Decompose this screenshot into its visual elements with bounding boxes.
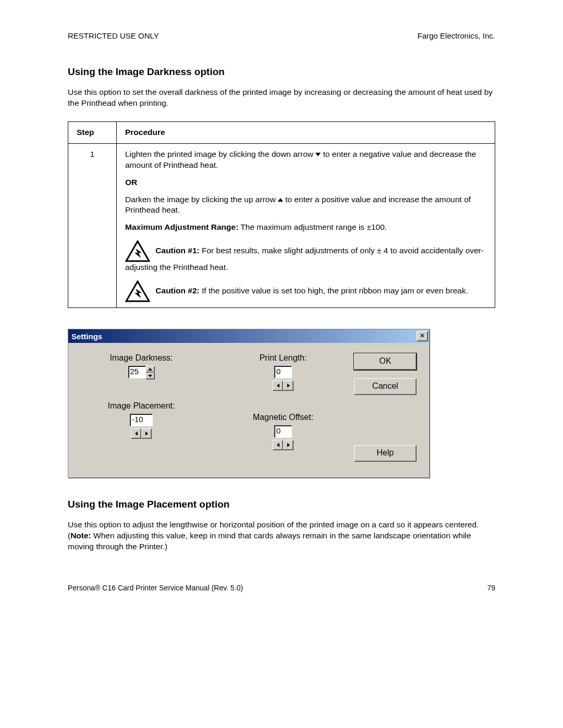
section-intro-darkness: Use this option to set the overall darkn… [68,87,495,109]
image-placement-input[interactable]: -10 [130,414,153,426]
image-placement-right-button[interactable] [141,428,152,439]
down-arrow-icon [315,153,321,156]
settings-dialog: Settings × Image Darkness: 25 [68,329,430,478]
chevron-down-icon [148,375,152,377]
page-number: 79 [487,584,495,592]
section-heading-darkness: Using the Image Darkness option [68,66,495,78]
caution2-text: If the positive value is set too high, t… [200,286,468,295]
cancel-button[interactable]: Cancel [354,378,417,395]
max-range-text: The maximum adjustment range is ±100. [238,223,387,231]
procedure-cell: Lighten the printed image by clicking th… [117,143,495,307]
chevron-left-icon [135,431,138,436]
or-text: OR [125,178,137,187]
caution2-label: Caution #2: [155,286,199,295]
setting-image-darkness: Image Darkness: 25 [81,353,202,379]
print-length-left-button[interactable] [273,380,283,391]
chevron-right-icon [287,384,290,388]
dialog-title: Settings [71,332,417,341]
setting-print-length: Print Length: 0 [223,353,344,391]
placement-intro-b: When adjusting this value, keep in mind … [68,531,471,551]
magnetic-offset-input[interactable]: 0 [274,425,292,438]
image-darkness-input[interactable]: 25 [128,366,146,378]
caution1-label: Caution #1: [155,246,199,255]
max-range-label: Maximum Adjustment Range: [125,223,238,231]
darken-text-a: Darken the image by clicking the up arro… [125,195,278,204]
up-arrow-icon [278,198,283,202]
close-button[interactable]: × [417,331,428,341]
print-length-right-button[interactable] [283,380,293,391]
chevron-left-icon [277,443,279,447]
procedure-table: Step Procedure 1 Lighten the printed ima… [68,121,495,308]
image-placement-label: Image Placement: [108,401,175,411]
magnetic-offset-left-button[interactable] [273,440,283,450]
image-placement-left-button[interactable] [131,428,141,439]
chevron-up-icon [148,368,152,371]
caution-icon [125,280,150,302]
col-header-step: Step [68,121,117,143]
print-length-input[interactable]: 0 [274,366,292,378]
section-heading-placement: Using the Image Placement option [68,499,495,510]
chevron-right-icon [145,431,148,436]
header-left: RESTRICTED USE ONLY [68,31,159,40]
step-number: 1 [68,143,117,307]
ok-button[interactable]: OK [354,353,417,370]
footer-left: Persona® C16 Card Printer Service Manual… [68,584,243,592]
setting-image-placement: Image Placement: -10 [81,401,202,439]
chevron-left-icon [277,384,279,388]
lighten-text-a: Lighten the printed image by clicking th… [125,150,315,158]
help-button[interactable]: Help [354,445,417,462]
magnetic-offset-right-button[interactable] [283,440,293,450]
print-length-label: Print Length: [260,353,307,363]
header-right: Fargo Electronics, Inc. [418,31,495,40]
col-header-procedure: Procedure [117,121,495,143]
magnetic-offset-label: Magnetic Offset: [253,413,313,422]
close-icon: × [420,331,424,339]
setting-magnetic-offset: Magnetic Offset: 0 [223,413,344,450]
image-darkness-up-button[interactable] [145,366,155,373]
dialog-titlebar: Settings × [68,329,429,343]
chevron-right-icon [287,443,290,447]
section-intro-placement: Use this option to adjust the lengthwise… [68,520,495,552]
image-darkness-label: Image Darkness: [110,353,173,363]
caution-icon [125,240,150,262]
note-label: Note: [70,531,91,540]
image-darkness-down-button[interactable] [145,373,155,379]
